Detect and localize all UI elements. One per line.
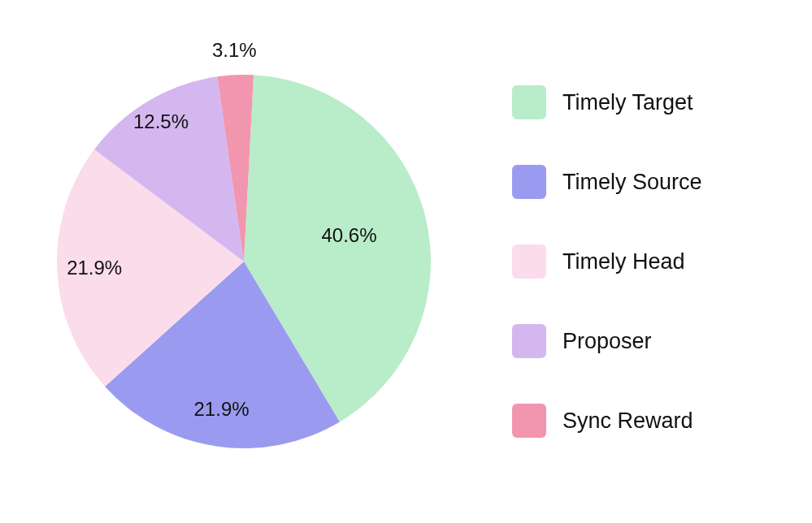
legend-item: Proposer [512,324,796,358]
legend-item: Sync Reward [512,404,796,438]
legend-label: Sync Reward [562,408,693,434]
legend-swatch [512,85,546,119]
legend: Timely TargetTimely SourceTimely HeadPro… [488,85,812,438]
pie-slice-label: 40.6% [321,224,376,247]
legend-item: Timely Head [512,244,796,279]
legend-swatch [512,324,546,358]
legend-label: Timely Target [562,90,693,115]
legend-label: Timely Head [562,249,685,274]
legend-label: Proposer [562,329,652,354]
pie-chart-container: 40.6%21.9%21.9%12.5%3.1% Timely TargetTi… [0,0,812,523]
legend-item: Timely Target [512,85,796,119]
legend-item: Timely Source [512,165,796,199]
pie-chart: 40.6%21.9%21.9%12.5%3.1% [0,0,488,523]
pie-slice-label: 3.1% [212,39,257,62]
pie-slice-label: 12.5% [133,110,189,133]
legend-label: Timely Source [562,170,702,195]
legend-swatch [512,404,546,438]
legend-swatch [512,165,546,199]
legend-swatch [512,244,546,279]
pie-slice-label: 21.9% [67,257,122,279]
pie-slice-label: 21.9% [194,398,250,421]
